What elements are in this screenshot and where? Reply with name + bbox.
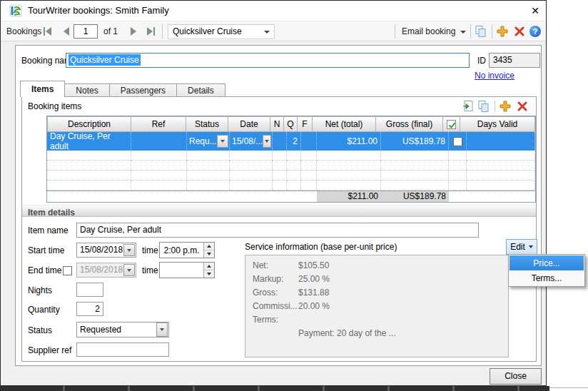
- close-button[interactable]: Close: [490, 368, 542, 385]
- cell-ref[interactable]: [131, 132, 187, 151]
- total-net: $211.00: [317, 191, 381, 202]
- grid-empty-row[interactable]: [47, 151, 535, 161]
- nights-input[interactable]: [76, 283, 103, 297]
- cell-status[interactable]: Requ...: [187, 132, 230, 151]
- close-window-button[interactable]: ✕: [529, 4, 542, 17]
- content-panel: Booking name Quicksilver Cruise ID 3435 …: [15, 45, 542, 366]
- help-icon[interactable]: ?: [529, 26, 541, 37]
- item-details-header: Item details: [22, 205, 536, 217]
- edit-dropdown-icon: [529, 245, 533, 248]
- supplier-ref-input[interactable]: [76, 342, 169, 357]
- column-header-confirmed[interactable]: [442, 116, 460, 132]
- nav-last-icon[interactable]: [145, 26, 156, 36]
- cell-net-total[interactable]: $211.00: [317, 132, 381, 151]
- grid-row-selected[interactable]: Day Cruise, Per adult Requ... 15/08/... …: [47, 132, 535, 151]
- cell-f[interactable]: [301, 132, 317, 151]
- id-field: 3435: [489, 53, 540, 68]
- check-all-icon: [447, 120, 456, 129]
- tab-passengers[interactable]: Passengers: [109, 83, 177, 97]
- email-booking-button[interactable]: Email booking: [402, 26, 455, 36]
- tab-notes[interactable]: Notes: [64, 83, 109, 97]
- item-name-input[interactable]: Day Cruise, Per adult: [76, 223, 479, 238]
- nav-prev-icon[interactable]: [61, 26, 72, 36]
- quantity-label: Quantity: [28, 305, 60, 315]
- column-header-date[interactable]: Date: [228, 116, 270, 132]
- column-header-ref[interactable]: Ref: [131, 116, 186, 132]
- end-time-checkbox[interactable]: [63, 266, 72, 275]
- edit-dropdown-menu: Price... Terms...: [508, 254, 585, 287]
- end-time-spin-buttons[interactable]: [203, 263, 214, 278]
- start-date-value: 15/08/2018: [80, 243, 123, 257]
- title-bar: TourWriter bookings: Smith Family ✕: [1, 1, 546, 21]
- help-glyph: ?: [533, 27, 538, 36]
- cell-gross-final[interactable]: US$189.78: [381, 132, 449, 151]
- nav-first-icon[interactable]: [42, 26, 54, 36]
- quantity-input[interactable]: 2: [76, 302, 103, 316]
- copy-item-icon[interactable]: [477, 100, 490, 113]
- column-header-q[interactable]: Q: [283, 116, 298, 132]
- edit-button[interactable]: Edit: [506, 239, 537, 255]
- start-time-word: time: [142, 245, 158, 255]
- svc-net-value: $105.50: [298, 260, 329, 274]
- end-date-picker[interactable]: 15/08/2018: [76, 263, 136, 278]
- cell-confirmed[interactable]: [449, 132, 467, 151]
- cell-q[interactable]: 2: [287, 132, 301, 151]
- cell-n[interactable]: [273, 132, 287, 151]
- tab-items[interactable]: Items: [20, 81, 65, 97]
- add-booking-icon[interactable]: [496, 25, 509, 38]
- app-icon: [9, 4, 22, 17]
- toolbar-separator: [162, 24, 163, 39]
- column-header-description[interactable]: Description: [47, 116, 131, 132]
- cell-description[interactable]: Day Cruise, Per adult: [47, 132, 131, 151]
- status-combobox[interactable]: Requested: [76, 322, 169, 337]
- end-date-value: 15/08/2018: [80, 263, 123, 277]
- menu-item-price[interactable]: Price...: [510, 255, 584, 270]
- booking-name-value: Quicksilver Cruise: [69, 54, 141, 66]
- column-header-days-valid[interactable]: Days Valid: [460, 116, 535, 132]
- import-item-icon[interactable]: [462, 100, 475, 113]
- column-header-n[interactable]: N: [270, 116, 284, 132]
- bookings-toolbar: Bookings 1 of 1 Quicksilver Cruise Email: [1, 21, 546, 41]
- tab-details[interactable]: Details: [176, 83, 225, 97]
- row-checkbox[interactable]: [453, 137, 462, 146]
- end-date-dropdown-icon[interactable]: [123, 264, 135, 276]
- date-dropdown-icon[interactable]: [263, 135, 271, 148]
- nav-next-icon[interactable]: [128, 26, 139, 36]
- menu-item-terms[interactable]: Terms...: [510, 270, 584, 285]
- cell-days-valid[interactable]: [467, 132, 535, 151]
- svc-net-label: Net:: [253, 260, 298, 274]
- column-header-f[interactable]: F: [297, 116, 313, 132]
- grid-empty-row[interactable]: [47, 171, 535, 181]
- cell-date[interactable]: 15/08/...: [230, 132, 273, 151]
- column-header-status[interactable]: Status: [186, 116, 228, 132]
- grid-empty-row[interactable]: [47, 181, 535, 191]
- record-position-input[interactable]: 1: [74, 24, 98, 39]
- add-item-icon[interactable]: [499, 100, 512, 113]
- svc-payment-value: Payment: 20 day of the ...: [298, 328, 396, 342]
- copy-booking-icon[interactable]: [475, 25, 487, 38]
- status-label: Status: [28, 325, 52, 335]
- grid-empty-row[interactable]: [47, 161, 535, 171]
- total-gross: US$189.78: [381, 191, 449, 202]
- column-header-gross[interactable]: Gross (final): [375, 116, 443, 132]
- email-booking-dropdown-icon[interactable]: [460, 31, 466, 34]
- booking-selector-combobox[interactable]: Quicksilver Cruise: [168, 24, 275, 39]
- delete-item-icon[interactable]: [516, 100, 529, 113]
- booking-items-label: Booking items: [28, 101, 81, 111]
- status-dropdown-icon[interactable]: [217, 135, 228, 148]
- background-strip: [0, 386, 549, 391]
- column-header-net[interactable]: Net (total): [312, 116, 376, 132]
- screen: TourWriter bookings: Smith Family ✕ Book…: [0, 0, 588, 391]
- start-time-spin-buttons[interactable]: [203, 243, 214, 258]
- svc-gross-label: Gross:: [253, 288, 298, 301]
- booking-name-input[interactable]: Quicksilver Cruise: [66, 53, 470, 68]
- no-invoice-link[interactable]: No invoice: [475, 71, 514, 81]
- cell-date-value: 15/08/...: [230, 136, 263, 146]
- end-time-spinner[interactable]: [159, 262, 215, 278]
- status-combo-dropdown-icon[interactable]: [156, 323, 168, 337]
- delete-booking-icon[interactable]: [513, 25, 526, 38]
- end-time-label: End time: [28, 265, 61, 275]
- start-date-picker[interactable]: 15/08/2018: [76, 243, 136, 258]
- start-time-spinner[interactable]: 2:00 p.m.: [159, 242, 215, 258]
- start-date-dropdown-icon[interactable]: [123, 244, 135, 256]
